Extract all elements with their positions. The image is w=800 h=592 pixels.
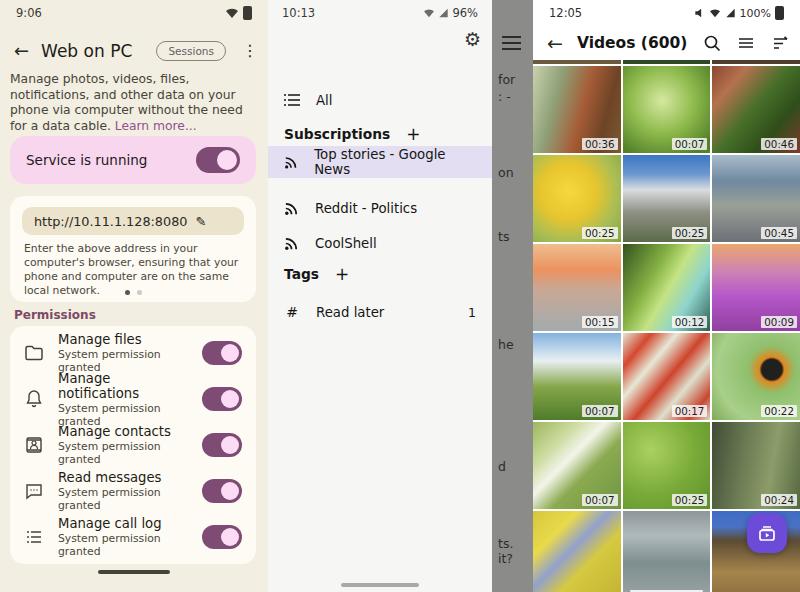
app-header: ← Web on PC Sessions ⋮ <box>14 40 262 61</box>
sort-icon[interactable] <box>770 33 790 53</box>
obscured-article-text: d <box>498 459 506 474</box>
wifi-icon <box>423 8 435 18</box>
rss-icon <box>284 155 298 170</box>
video-library-icon <box>757 523 777 543</box>
drawer-item-feed[interactable]: Reddit - Politics <box>268 192 492 224</box>
video-thumbnail[interactable]: 00:22 <box>712 333 800 420</box>
settings-gear-icon[interactable]: ⚙ <box>464 28 481 50</box>
duration-badge: 00:36 <box>582 138 618 150</box>
address-card: http://10.11.1.128:8080 ✎ Enter the abov… <box>10 196 256 302</box>
page-title: Videos (600) <box>577 34 688 52</box>
status-bar: 12:05 100% <box>533 0 800 26</box>
duration-badge: 00:07 <box>672 138 708 150</box>
read-messages-toggle[interactable] <box>202 479 242 503</box>
permissions-section-label: Permissions <box>14 308 96 322</box>
wifi-icon <box>225 7 239 19</box>
rss-icon <box>284 236 299 251</box>
mute-icon <box>694 8 705 18</box>
add-tag-button[interactable]: + <box>335 264 349 284</box>
bell-icon <box>24 389 44 409</box>
dimmed-content-scrim[interactable]: for : - on ts he d ts. it? <box>492 0 533 592</box>
tags-header: Tags + <box>284 264 349 284</box>
battery-icon <box>243 6 252 20</box>
manage-call-log-toggle[interactable] <box>202 525 242 549</box>
view-options-icon[interactable] <box>736 33 756 53</box>
duration-badge: 00:12 <box>672 316 708 328</box>
manage-files-toggle[interactable] <box>202 341 242 365</box>
server-address-pill: http://10.11.1.128:8080 ✎ <box>22 207 244 235</box>
tag-label: Read later <box>316 305 384 320</box>
clock: 12:05 <box>549 6 582 20</box>
video-thumbnail[interactable]: 00:07 <box>533 333 621 420</box>
back-arrow-icon[interactable]: ← <box>14 40 29 61</box>
duration-badge: 00:25 <box>672 494 708 506</box>
video-thumbnail[interactable]: 00:25 <box>533 155 621 242</box>
video-thumbnail[interactable]: 00:12 <box>623 244 711 331</box>
camera-fab-button[interactable] <box>747 513 787 553</box>
permission-title: Manage notifications <box>58 371 188 401</box>
clock: 9:06 <box>16 6 42 20</box>
duration-badge: 00:46 <box>761 138 797 150</box>
duration-badge: 00:22 <box>761 405 797 417</box>
list-icon <box>24 527 44 547</box>
signal-icon <box>438 8 449 18</box>
duration-badge: 00:17 <box>672 405 708 417</box>
permission-title: Manage contacts <box>58 424 188 439</box>
permission-subtitle: System permission granted <box>58 440 188 466</box>
permissions-card: Manage files System permission granted M… <box>10 326 256 564</box>
drawer-item-feed[interactable]: CoolShell <box>268 227 492 259</box>
video-thumbnail[interactable]: 00:17 <box>623 333 711 420</box>
edit-pencil-icon[interactable]: ✎ <box>195 214 206 229</box>
learn-more-link[interactable]: Learn more... <box>115 119 197 133</box>
drawer-item-all[interactable]: All <box>268 84 492 116</box>
app-description: Manage photos, videos, files, notificati… <box>10 72 262 135</box>
permission-title: Read messages <box>58 470 188 485</box>
obscured-article-text: for <box>498 72 515 87</box>
drawer-item-read-later[interactable]: # Read later 1 <box>268 296 492 328</box>
obscured-article-text: he <box>498 337 514 352</box>
add-subscription-button[interactable]: + <box>406 124 420 144</box>
duration-badge: 00:45 <box>761 227 797 239</box>
permission-row-messages: Read messages System permission granted <box>10 468 256 514</box>
video-thumbnail[interactable]: 00:36 <box>533 66 621 153</box>
gallery-header: ← Videos (600) <box>547 28 790 58</box>
all-feeds-list-icon <box>284 93 300 107</box>
drawer-item-feed-selected[interactable]: Top stories - Google News <box>268 146 492 178</box>
permission-subtitle: System permission granted <box>58 486 188 512</box>
service-status-card: Service is running <box>10 136 256 184</box>
video-thumbnail[interactable]: 00:24 <box>712 422 800 509</box>
back-arrow-icon[interactable]: ← <box>547 32 563 54</box>
manage-contacts-toggle[interactable] <box>202 433 242 457</box>
duration-badge: 00:25 <box>672 227 708 239</box>
video-thumbnail[interactable]: 00:15 <box>533 244 621 331</box>
manage-notifications-toggle[interactable] <box>202 387 242 411</box>
gallery-videos-screen: 12:05 100% ← Videos (600) 00:36 00:07 00… <box>533 0 800 592</box>
search-icon[interactable] <box>702 33 722 53</box>
duration-badge: 00:25 <box>582 227 618 239</box>
video-thumbnail[interactable]: 00:07 <box>623 66 711 153</box>
video-thumbnail[interactable]: 00:09 <box>712 244 800 331</box>
page-dot-active <box>125 290 130 295</box>
video-thumbnail[interactable] <box>623 511 711 592</box>
video-thumbnail[interactable]: 00:46 <box>712 66 800 153</box>
feed-label: Top stories - Google News <box>314 147 476 177</box>
video-thumbnail[interactable]: 00:45 <box>712 155 800 242</box>
gesture-nav-handle[interactable] <box>341 583 419 587</box>
drawer-item-label: All <box>316 93 333 108</box>
obscured-article-text: : - <box>498 89 511 104</box>
kebab-menu-icon[interactable]: ⋮ <box>238 41 262 60</box>
clock: 10:13 <box>282 6 315 20</box>
video-thumbnail[interactable] <box>533 511 621 592</box>
video-thumbnail[interactable]: 00:25 <box>623 155 711 242</box>
service-toggle[interactable] <box>196 147 240 173</box>
sessions-button[interactable]: Sessions <box>156 41 226 61</box>
video-thumbnail[interactable]: 00:25 <box>623 422 711 509</box>
gesture-nav-handle[interactable] <box>98 570 170 574</box>
service-status-label: Service is running <box>26 152 196 168</box>
page-dot-inactive <box>137 290 142 295</box>
signal-icon <box>725 8 736 18</box>
three-phone-screenshots: 9:06 ← Web on PC Sessions ⋮ Manage photo… <box>0 0 800 592</box>
feed-label: Reddit - Politics <box>315 201 417 216</box>
video-thumbnail[interactable]: 00:07 <box>533 422 621 509</box>
permission-title: Manage call log <box>58 516 188 531</box>
